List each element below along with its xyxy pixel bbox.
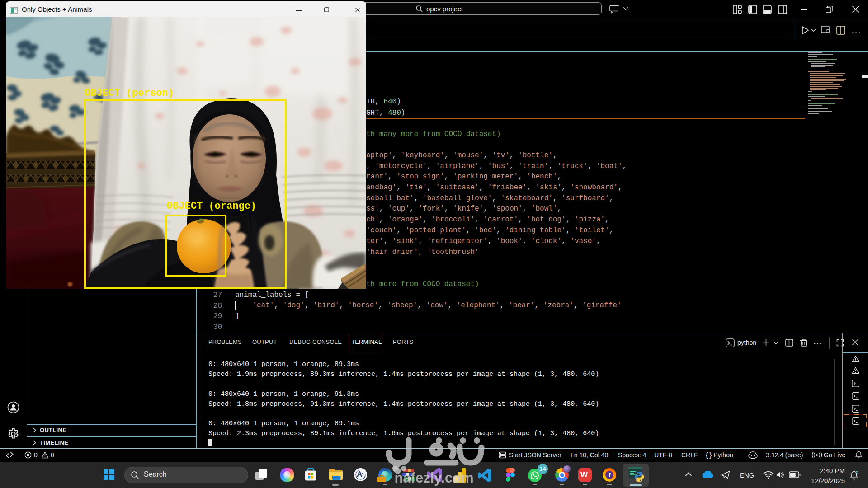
svg-text:z: z [856,470,858,474]
svg-text:OBJECT (person): OBJECT (person) [85,88,174,99]
svg-text:OBJECT (orange): OBJECT (orange) [167,201,256,212]
svg-text:nafezly.com: nafezly.com [394,470,473,486]
